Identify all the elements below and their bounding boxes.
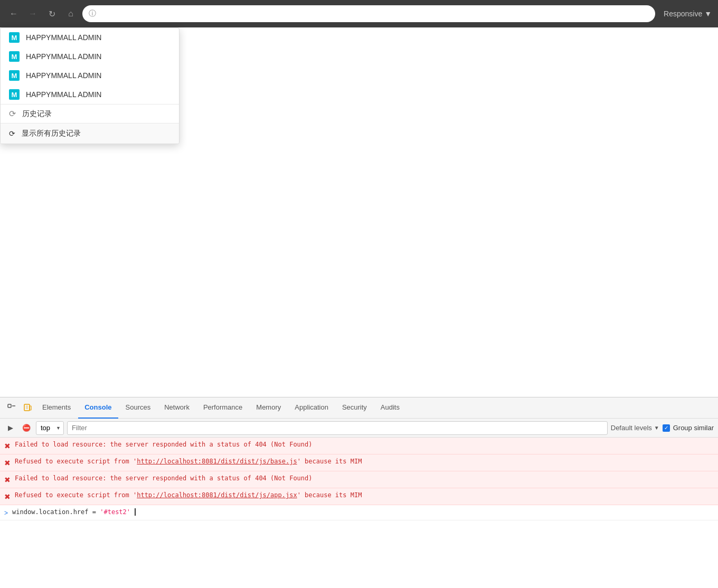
error-icon-3: ✖ xyxy=(4,475,11,486)
history-icon: ⟳ xyxy=(9,109,16,119)
tab-security[interactable]: Security xyxy=(336,397,373,419)
tab-audits[interactable]: Audits xyxy=(374,397,406,419)
console-text-3: Failed to load resource: the server resp… xyxy=(15,473,714,483)
autocomplete-item-1[interactable]: M HAPPYMMALL ADMIN xyxy=(1,28,179,47)
group-similar-label: Group similar xyxy=(673,424,714,432)
console-error-2: ✖ Refused to execute script from 'http:/… xyxy=(0,454,718,471)
info-icon: ⓘ xyxy=(89,9,96,18)
prop-location: location xyxy=(39,508,70,516)
console-error-4: ✖ Refused to execute script from 'http:/… xyxy=(0,488,718,505)
console-messages: ✖ Failed to load resource: the server re… xyxy=(0,438,718,520)
input-chevron-icon: > xyxy=(4,508,8,518)
default-levels-arrow-icon: ▼ xyxy=(654,425,659,431)
responsive-button[interactable]: Responsive ▼ xyxy=(664,10,712,18)
browser-chrome: ← → ↻ ⌂ ⓘ localhost:8081/dist/index.html… xyxy=(0,0,718,27)
home-button[interactable]: ⌂ xyxy=(63,6,78,21)
history-item[interactable]: ⟳ 历史记录 xyxy=(1,105,179,123)
autocomplete-item-4[interactable]: M HAPPYMMALL ADMIN xyxy=(1,85,179,104)
kw-window: window xyxy=(12,508,35,516)
devtools-inspect-icon[interactable] xyxy=(4,401,19,415)
devtools-device-icon[interactable] xyxy=(20,401,35,415)
console-input-line: > window.location.href = '#test2' xyxy=(0,505,718,520)
block-icon[interactable]: ⛔ xyxy=(20,422,33,434)
link-app-jsx[interactable]: http://localhost:8081/dist/dist/js/app.j… xyxy=(137,491,297,499)
devtools-tab-bar: Elements Console Sources Network Perform… xyxy=(0,397,718,419)
console-error-3: ✖ Failed to load resource: the server re… xyxy=(0,471,718,488)
tab-memory[interactable]: Memory xyxy=(250,397,287,419)
devtools-toolbar2: ▶ ⛔ top Default levels ▼ ✓ Group similar xyxy=(0,419,718,438)
error-icon-4: ✖ xyxy=(4,491,11,502)
autocomplete-dropdown: M HAPPYMMALL ADMIN M HAPPYMMALL ADMIN M … xyxy=(0,27,180,144)
show-all-history-item[interactable]: ⟳ 显示所有历史记录 xyxy=(1,124,179,144)
history-label: 历史记录 xyxy=(22,109,52,119)
tab-elements[interactable]: Elements xyxy=(36,397,77,419)
svg-rect-0 xyxy=(8,404,11,407)
autocomplete-label-1: HAPPYMMALL ADMIN xyxy=(26,33,101,42)
site-icon-2: M xyxy=(9,51,20,62)
url-input[interactable]: localhost:8081/dist/index.html#test2 xyxy=(99,10,649,18)
forward-button[interactable]: → xyxy=(25,6,40,21)
reload-button[interactable]: ↻ xyxy=(44,6,59,21)
execute-icon[interactable]: ▶ xyxy=(4,422,17,434)
console-text-1: Failed to load resource: the server resp… xyxy=(15,440,714,449)
tab-network[interactable]: Network xyxy=(158,397,196,419)
operator: = xyxy=(89,508,100,516)
default-levels-button[interactable]: Default levels ▼ xyxy=(611,424,659,432)
autocomplete-item-3[interactable]: M HAPPYMMALL ADMIN xyxy=(1,66,179,85)
cursor xyxy=(131,508,136,516)
back-button[interactable]: ← xyxy=(6,6,21,21)
site-icon-4: M xyxy=(9,89,20,100)
console-error-1: ✖ Failed to load resource: the server re… xyxy=(0,438,718,454)
show-all-history-label: 显示所有历史记录 xyxy=(22,129,81,138)
filter-input[interactable] xyxy=(67,421,608,435)
context-select-wrapper: top xyxy=(36,421,64,435)
console-input-text[interactable]: window.location.href = '#test2' xyxy=(12,507,714,517)
dot-1: . xyxy=(35,508,39,516)
site-icon-3: M xyxy=(9,70,20,81)
show-all-history-icon: ⟳ xyxy=(9,129,15,138)
error-icon-2: ✖ xyxy=(4,458,11,469)
svg-rect-4 xyxy=(30,406,31,410)
link-base-js[interactable]: http://localhost:8081/dist/dist/js/base.… xyxy=(137,458,297,465)
tab-console[interactable]: Console xyxy=(78,397,118,419)
console-text-4: Refused to execute script from 'http://l… xyxy=(15,490,714,500)
dot-2: . xyxy=(69,508,73,516)
page-area: M HAPPYMMALL ADMIN M HAPPYMMALL ADMIN M … xyxy=(0,27,718,397)
console-text-2: Refused to execute script from 'http://l… xyxy=(15,457,714,466)
str-value: '#test2' xyxy=(100,508,130,516)
devtools-panel: Elements Console Sources Network Perform… xyxy=(0,397,718,520)
tab-sources[interactable]: Sources xyxy=(119,397,157,419)
svg-rect-3 xyxy=(26,405,28,409)
prop-href: href xyxy=(73,508,89,516)
autocomplete-label-4: HAPPYMMALL ADMIN xyxy=(26,90,101,99)
tab-performance[interactable]: Performance xyxy=(197,397,249,419)
site-icon-1: M xyxy=(9,32,20,43)
context-select[interactable]: top xyxy=(36,421,64,435)
group-similar-checkbox[interactable]: ✓ xyxy=(663,424,670,432)
error-icon-1: ✖ xyxy=(4,441,11,452)
autocomplete-item-2[interactable]: M HAPPYMMALL ADMIN xyxy=(1,47,179,66)
default-levels-label: Default levels xyxy=(611,424,652,432)
address-bar[interactable]: ⓘ localhost:8081/dist/index.html#test2 xyxy=(82,5,655,22)
autocomplete-label-2: HAPPYMMALL ADMIN xyxy=(26,52,101,61)
tab-application[interactable]: Application xyxy=(288,397,335,419)
autocomplete-label-3: HAPPYMMALL ADMIN xyxy=(26,71,101,80)
